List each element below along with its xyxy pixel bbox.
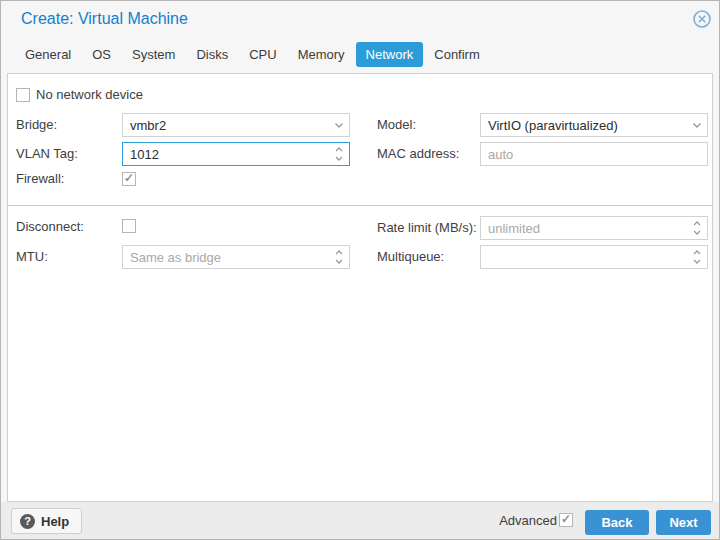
advanced-checkbox[interactable] [559,513,573,527]
back-button[interactable]: Back [585,510,649,535]
firewall-checkbox[interactable] [122,172,136,186]
create-vm-dialog: Create: Virtual Machine General OS Syste… [0,0,720,540]
multiqueue-label: Multiqueue: [377,245,444,269]
tab-memory[interactable]: Memory [288,42,355,67]
help-question-icon: ? [20,514,35,529]
dialog-footer: ? Help Advanced Back Next [1,502,719,539]
bridge-combobox[interactable]: vmbr2 [122,113,350,137]
advanced-label: Advanced [499,513,557,528]
tab-confirm[interactable]: Confirm [424,42,490,67]
rate-limit-label: Rate limit (MB/s): [377,216,477,240]
tab-bar: General OS System Disks CPU Memory Netwo… [15,41,491,67]
bridge-value: vmbr2 [130,118,166,133]
tab-cpu[interactable]: CPU [239,42,286,67]
tab-general[interactable]: General [15,42,81,67]
no-network-device-checkbox[interactable] [16,88,30,102]
rate-limit-placeholder: unlimited [488,221,540,236]
rate-limit-spinner[interactable]: unlimited [480,216,708,240]
spinner-up-down-icon[interactable] [691,217,703,239]
disconnect-checkbox[interactable] [122,219,136,233]
mtu-label: MTU: [16,245,48,269]
network-form-panel: No network device Bridge: vmbr2 Model: V… [7,73,713,502]
mac-address-label: MAC address: [377,142,459,166]
tab-network[interactable]: Network [356,42,424,67]
disconnect-label: Disconnect: [16,215,84,239]
tab-os[interactable]: OS [82,42,121,67]
mac-address-input[interactable]: auto [480,142,708,166]
tab-disks[interactable]: Disks [186,42,238,67]
next-button[interactable]: Next [656,510,711,535]
spinner-up-down-icon[interactable] [333,246,345,268]
close-icon[interactable] [692,9,712,29]
section-separator [8,205,712,206]
model-combobox[interactable]: VirtIO (paravirtualized) [480,113,708,137]
spinner-up-down-icon[interactable] [333,143,345,165]
firewall-label: Firewall: [16,167,64,191]
model-value: VirtIO (paravirtualized) [488,118,618,133]
no-network-device-label: No network device [36,83,143,107]
help-button-label: Help [41,514,69,529]
bridge-label: Bridge: [16,113,57,137]
mtu-spinner[interactable]: Same as bridge [122,245,350,269]
spinner-up-down-icon[interactable] [691,246,703,268]
mac-address-placeholder: auto [488,147,513,162]
chevron-down-icon[interactable] [691,114,703,136]
vlan-tag-label: VLAN Tag: [16,142,78,166]
model-label: Model: [377,113,416,137]
tab-system[interactable]: System [122,42,185,67]
help-button[interactable]: ? Help [11,508,82,534]
vlan-tag-value: 1012 [130,147,159,162]
vlan-tag-spinner[interactable]: 1012 [122,142,350,166]
dialog-title: Create: Virtual Machine [21,10,188,28]
multiqueue-spinner[interactable] [480,245,708,269]
chevron-down-icon[interactable] [333,114,345,136]
mtu-placeholder: Same as bridge [130,250,221,265]
